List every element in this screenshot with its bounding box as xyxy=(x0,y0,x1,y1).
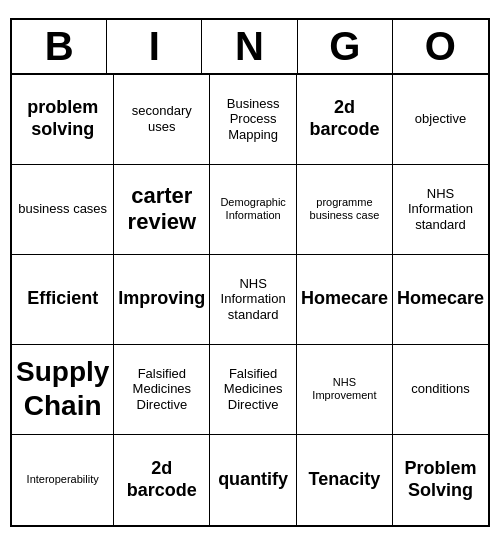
bingo-cell: problem solving xyxy=(12,75,114,165)
bingo-cell: Homecare xyxy=(297,255,393,345)
bingo-grid: problem solvingsecondary usesBusiness Pr… xyxy=(12,75,488,525)
bingo-cell: Problem Solving xyxy=(393,435,488,525)
header-letter: G xyxy=(298,20,393,73)
bingo-cell: secondary uses xyxy=(114,75,210,165)
bingo-cell: 2d barcode xyxy=(114,435,210,525)
bingo-cell: NHS Information standard xyxy=(210,255,297,345)
bingo-cell: quantify xyxy=(210,435,297,525)
bingo-cell: Business Process Mapping xyxy=(210,75,297,165)
header-letter: O xyxy=(393,20,488,73)
header-letter: I xyxy=(107,20,202,73)
bingo-card: BINGO problem solvingsecondary usesBusin… xyxy=(10,18,490,527)
bingo-cell: 2d barcode xyxy=(297,75,393,165)
bingo-cell: Falsified Medicines Directive xyxy=(210,345,297,435)
bingo-cell: carter review xyxy=(114,165,210,255)
bingo-cell: Falsified Medicines Directive xyxy=(114,345,210,435)
bingo-header: BINGO xyxy=(12,20,488,75)
bingo-cell: Demographic Information xyxy=(210,165,297,255)
bingo-cell: NHS Information standard xyxy=(393,165,488,255)
bingo-cell: programme business case xyxy=(297,165,393,255)
bingo-cell: conditions xyxy=(393,345,488,435)
bingo-cell: Efficient xyxy=(12,255,114,345)
bingo-cell: Supply Chain xyxy=(12,345,114,435)
bingo-cell: business cases xyxy=(12,165,114,255)
header-letter: N xyxy=(202,20,297,73)
bingo-cell: Interoperability xyxy=(12,435,114,525)
bingo-cell: objective xyxy=(393,75,488,165)
bingo-cell: Tenacity xyxy=(297,435,393,525)
bingo-cell: NHS Improvement xyxy=(297,345,393,435)
header-letter: B xyxy=(12,20,107,73)
bingo-cell: Homecare xyxy=(393,255,488,345)
bingo-cell: Improving xyxy=(114,255,210,345)
